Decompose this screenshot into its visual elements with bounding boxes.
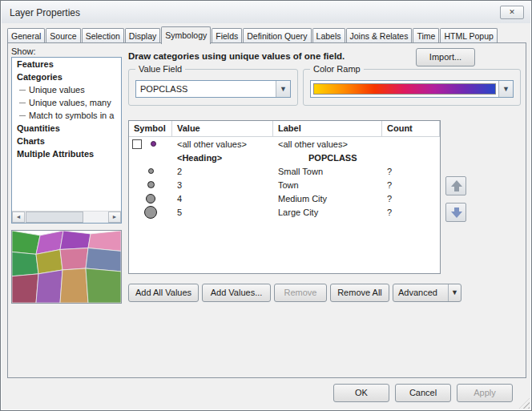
chevron-down-icon[interactable]: ▼ bbox=[276, 81, 290, 97]
value-field-group-label: Value Field bbox=[135, 64, 185, 74]
value-cell: <Heading> bbox=[172, 153, 273, 163]
column-header-value[interactable]: Value bbox=[172, 121, 273, 136]
tab-html-popup[interactable]: HTML Popup bbox=[440, 28, 497, 43]
tree-item-features[interactable]: Features bbox=[12, 58, 121, 71]
symbol-table: Symbol Value Label Count <all other valu… bbox=[128, 120, 441, 274]
all-other-values-checkbox[interactable] bbox=[132, 139, 142, 149]
label-cell: Town bbox=[273, 180, 382, 190]
add-all-values-button[interactable]: Add All Values bbox=[128, 284, 199, 302]
chevron-down-icon[interactable]: ▼ bbox=[448, 284, 461, 301]
tab-symbology[interactable]: Symbology bbox=[161, 26, 211, 44]
map-preview-image bbox=[12, 231, 121, 303]
value-field-dropdown[interactable]: POPCLASS ▼ bbox=[135, 80, 291, 98]
column-header-symbol[interactable]: Symbol bbox=[129, 121, 172, 136]
value-cell: 5 bbox=[172, 208, 273, 217]
table-row[interactable]: 5 Large City ? bbox=[129, 205, 440, 219]
table-row[interactable]: 3 Town ? bbox=[129, 178, 440, 191]
remove-button: Remove bbox=[274, 284, 327, 302]
remove-all-button[interactable]: Remove All bbox=[330, 284, 389, 302]
scroll-right-icon[interactable]: ► bbox=[108, 212, 121, 223]
value-cell: 2 bbox=[172, 167, 273, 176]
value-cell: <all other values> bbox=[172, 139, 273, 149]
advanced-button[interactable]: Advanced ▼ bbox=[393, 284, 461, 302]
value-cell: 4 bbox=[172, 194, 273, 203]
count-cell: ? bbox=[382, 194, 440, 203]
ok-button[interactable]: OK bbox=[333, 384, 389, 402]
scrollbar-thumb[interactable] bbox=[26, 212, 83, 223]
window-title: Layer Properties bbox=[10, 7, 80, 18]
label-cell: Small Town bbox=[273, 167, 382, 176]
arrow-up-icon bbox=[451, 180, 462, 187]
value-field-selected-value: POPCLASS bbox=[140, 84, 187, 94]
layer-properties-dialog: Layer Properties ✕ General Source Select… bbox=[0, 0, 532, 411]
tree-item-charts[interactable]: Charts bbox=[12, 135, 121, 147]
tree-horizontal-scrollbar[interactable]: ◄ ► bbox=[12, 211, 121, 223]
advanced-button-label: Advanced bbox=[398, 284, 437, 301]
scroll-left-icon[interactable]: ◄ bbox=[12, 212, 25, 223]
add-values-button[interactable]: Add Values... bbox=[202, 284, 271, 302]
map-preview bbox=[11, 230, 122, 304]
tree-item-quantities[interactable]: Quantities bbox=[12, 122, 121, 135]
color-ramp-group: Color Ramp ▼ bbox=[303, 69, 521, 106]
import-button[interactable]: Import... bbox=[416, 48, 475, 66]
all-other-values-symbol[interactable] bbox=[151, 141, 156, 147]
move-up-button[interactable] bbox=[445, 176, 466, 195]
chevron-down-icon[interactable]: ▼ bbox=[498, 81, 513, 97]
class-symbol[interactable] bbox=[147, 181, 155, 188]
tab-definition-query[interactable]: Definition Query bbox=[243, 28, 311, 43]
count-cell: ? bbox=[382, 180, 440, 190]
close-icon[interactable]: ✕ bbox=[500, 6, 524, 19]
resize-grip[interactable] bbox=[519, 398, 530, 409]
value-cell: 3 bbox=[172, 180, 273, 190]
symbol-table-header: Symbol Value Label Count bbox=[129, 121, 440, 137]
move-down-button[interactable] bbox=[445, 203, 466, 222]
class-symbol[interactable] bbox=[148, 168, 154, 174]
class-symbol[interactable] bbox=[144, 206, 157, 219]
tab-display[interactable]: Display bbox=[125, 28, 160, 43]
show-tree: Features Categories Unique values Unique… bbox=[11, 57, 122, 224]
tab-fields[interactable]: Fields bbox=[212, 28, 242, 43]
tree-item-unique-values[interactable]: Unique values bbox=[12, 83, 121, 96]
symbology-tab-page: Show: Features Categories Unique values … bbox=[7, 42, 526, 378]
table-row[interactable]: 2 Small Town ? bbox=[129, 164, 440, 178]
table-row[interactable]: 4 Medium City ? bbox=[129, 191, 440, 205]
color-ramp-dropdown[interactable]: ▼ bbox=[310, 80, 514, 98]
count-cell: ? bbox=[382, 208, 440, 217]
tab-labels[interactable]: Labels bbox=[312, 28, 345, 43]
cancel-button[interactable]: Cancel bbox=[395, 384, 451, 402]
tree-item-categories[interactable]: Categories bbox=[12, 71, 121, 83]
column-header-label[interactable]: Label bbox=[273, 121, 382, 136]
apply-button: Apply bbox=[457, 384, 513, 402]
tab-selection[interactable]: Selection bbox=[82, 28, 124, 43]
arrow-down-icon bbox=[451, 212, 462, 218]
table-row[interactable]: <Heading> POPCLASS bbox=[129, 151, 440, 164]
tree-item-multiple-attributes[interactable]: Multiple Attributes bbox=[12, 147, 121, 160]
tree-item-unique-values-many[interactable]: Unique values, many bbox=[12, 96, 121, 109]
titlebar: Layer Properties ✕ bbox=[2, 2, 530, 23]
class-symbol[interactable] bbox=[146, 194, 155, 203]
method-description: Draw categories using unique values of o… bbox=[128, 51, 345, 61]
label-cell: <all other values> bbox=[273, 139, 382, 149]
label-cell: Medium City bbox=[273, 194, 382, 203]
tab-joins-relates[interactable]: Joins & Relates bbox=[346, 28, 413, 43]
color-ramp-group-label: Color Ramp bbox=[310, 64, 364, 74]
tree-item-match-symbols[interactable]: Match to symbols in a bbox=[12, 109, 121, 122]
tab-source[interactable]: Source bbox=[46, 28, 80, 43]
tab-general[interactable]: General bbox=[7, 28, 45, 43]
show-label: Show: bbox=[11, 46, 36, 56]
label-cell: Large City bbox=[273, 208, 382, 217]
label-cell: POPCLASS bbox=[273, 153, 382, 163]
column-header-count[interactable]: Count bbox=[382, 121, 440, 136]
value-field-group: Value Field POPCLASS ▼ bbox=[128, 69, 298, 106]
color-ramp-gradient bbox=[313, 83, 496, 95]
count-cell: ? bbox=[382, 167, 440, 176]
table-row[interactable]: <all other values> <all other values> bbox=[129, 137, 440, 151]
tab-time[interactable]: Time bbox=[413, 28, 439, 43]
tab-strip: General Source Selection Display Symbolo… bbox=[7, 26, 526, 43]
